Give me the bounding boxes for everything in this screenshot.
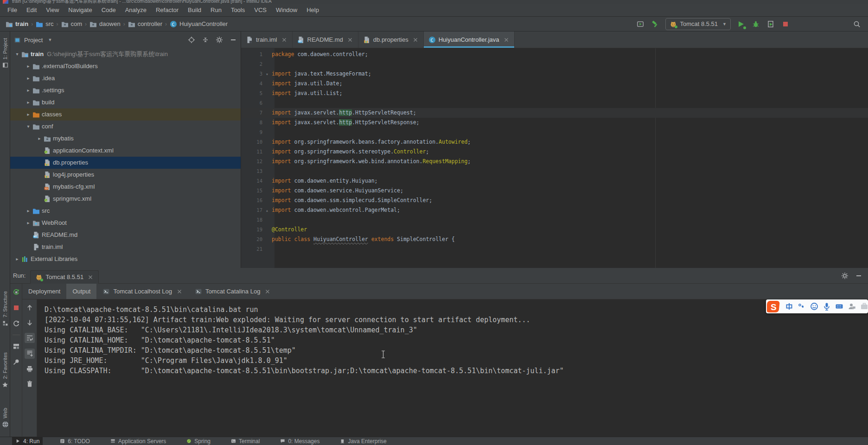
twisty-icon[interactable]: ▾ [24, 121, 32, 133]
ime-toolbox-icon[interactable] [860, 302, 868, 311]
toolwindow-button-4-run[interactable]: 4: Run [12, 437, 43, 445]
menu-build[interactable]: Build [183, 4, 206, 16]
hide-run-panel-icon[interactable] [855, 272, 862, 280]
menu-code[interactable]: Code [97, 4, 121, 16]
run-tab-tomcat-localhost-log[interactable]: Tomcat Localhost Log [96, 284, 188, 299]
tree-row-applicationcontext-xml[interactable]: applicationContext.xml [10, 145, 241, 157]
print-button[interactable] [25, 364, 34, 374]
project-panel-title[interactable]: Project [24, 37, 43, 44]
line-number[interactable]: 20 [241, 235, 262, 244]
sogou-logo-icon[interactable]: S [767, 300, 781, 313]
line-number[interactable]: 21 [241, 244, 262, 254]
run-config-dropdown[interactable]: Tomcat 8.5.51 ▼ [665, 18, 731, 30]
hide-panel-icon[interactable] [230, 36, 237, 44]
stripe-web-button[interactable]: Web [0, 408, 10, 428]
run-tab-tomcat-catalina-log[interactable]: Tomcat Catalina Log [189, 284, 277, 299]
menu-tools[interactable]: Tools [226, 4, 249, 16]
debug-button[interactable] [751, 19, 760, 29]
tree-row-log4j-properties[interactable]: log4j.properties [10, 169, 241, 181]
line-number[interactable]: 10 [241, 137, 262, 147]
run-session-tab[interactable]: Tomcat 8.5.51 [30, 270, 99, 284]
menu-run[interactable]: Run [206, 4, 226, 16]
close-icon[interactable] [347, 37, 353, 43]
tree-row--idea[interactable]: ▸.idea [10, 72, 241, 84]
twisty-icon[interactable]: ▸ [24, 96, 32, 108]
tree-row-db-properties[interactable]: db.properties [10, 157, 241, 169]
menu-file[interactable]: File [3, 4, 22, 16]
line-number[interactable]: 17 [241, 205, 262, 215]
run-dashboard-icon[interactable] [636, 19, 645, 29]
soft-wrap-toggle[interactable] [25, 333, 35, 343]
stop-server-button[interactable] [12, 303, 21, 312]
breadcrumb-item-src[interactable]: src [36, 20, 53, 28]
toolwindow-button-terminal[interactable]: Terminal [228, 437, 263, 445]
menu-edit[interactable]: Edit [22, 4, 41, 16]
twisty-icon[interactable]: ▸ [24, 84, 32, 96]
console-output[interactable]: D:\tomcat\apache-tomcat-8.5.51\bin\catal… [37, 299, 868, 437]
breadcrumb-item-com[interactable]: com [61, 20, 83, 28]
twisty-icon[interactable]: ▸ [24, 60, 32, 72]
twisty-icon[interactable]: ▸ [35, 133, 44, 145]
close-icon[interactable] [412, 37, 419, 43]
editor-tab-readme.md[interactable]: MDREADME.md [293, 32, 358, 48]
rerun-button[interactable] [12, 287, 21, 297]
tree-row-mybatis-cfg-xml[interactable]: <>mybatis-cfg.xml [10, 181, 241, 193]
stripe-favorites-button[interactable]: 2: Favorites [0, 352, 10, 388]
ime-emoji-icon[interactable] [810, 302, 818, 311]
toolwindow-button-6-todo[interactable]: 6: TODO [57, 437, 93, 445]
stripe-project-button[interactable]: 1: Project [0, 38, 10, 68]
locate-file-icon[interactable] [188, 36, 195, 44]
toolwindow-button-java-enterprise[interactable]: Java Enterprise [337, 437, 389, 445]
close-icon[interactable] [264, 288, 271, 295]
editor-tab-huiyuancontroller.java[interactable]: CHuiyuanController.java [424, 32, 515, 48]
line-number[interactable]: 1 [241, 50, 262, 59]
toolwindow-button-application-servers[interactable]: Application Servers [107, 437, 169, 445]
breadcrumb-item-train[interactable]: train [6, 20, 28, 28]
toolwindow-button-spring[interactable]: Spring [183, 437, 214, 445]
tree-row-external-libraries[interactable]: ▸External Libraries [10, 253, 241, 265]
tree-row-webroot[interactable]: ▸WebRoot [10, 217, 241, 229]
restore-layout-button[interactable] [12, 342, 21, 351]
close-icon[interactable] [281, 37, 287, 43]
tree-row-springmvc-xml[interactable]: springmvc.xml [10, 193, 241, 205]
menu-analyze[interactable]: Analyze [121, 4, 151, 16]
fold-marker-icon[interactable]: ▿ [262, 70, 272, 79]
ime-chinese-mode-icon[interactable] [785, 302, 793, 311]
run-tab-output[interactable]: Output [66, 284, 96, 299]
ime-voice-mic-icon[interactable] [823, 302, 831, 311]
ime-punctuation-icon[interactable] [798, 302, 806, 311]
line-number[interactable]: 7 [241, 108, 262, 118]
line-number[interactable]: 9 [241, 127, 262, 137]
collapse-all-icon[interactable] [202, 36, 209, 44]
twisty-icon[interactable]: ▸ [24, 205, 32, 217]
coverage-button[interactable] [766, 19, 775, 29]
twisty-icon[interactable]: ▸ [24, 217, 32, 229]
close-icon[interactable] [176, 288, 183, 295]
menu-vcs[interactable]: VCS [249, 4, 271, 16]
line-number[interactable]: 18 [241, 215, 262, 225]
tree-row-readme-md[interactable]: MDREADME.md [10, 229, 241, 241]
twisty-icon[interactable]: ▸ [24, 108, 32, 121]
tree-row-mybatis[interactable]: ▸mybatis [10, 133, 241, 145]
menu-window[interactable]: Window [271, 4, 302, 16]
search-everywhere-icon[interactable] [852, 19, 862, 29]
line-number[interactable]: 5 [241, 89, 262, 98]
menu-refactor[interactable]: Refactor [151, 4, 183, 16]
ime-account-icon[interactable]: 21 [848, 302, 856, 311]
close-icon[interactable] [503, 37, 510, 43]
restart-server-button[interactable] [12, 319, 21, 328]
editor-content[interactable]: 1package com.daowen.controller;23▿import… [241, 48, 868, 268]
line-number[interactable]: 15 [241, 186, 262, 196]
tree-row-classes[interactable]: ▸classes [10, 108, 241, 121]
editor-tab-db.properties[interactable]: db.properties [358, 32, 424, 48]
tree-row-conf[interactable]: ▾conf [10, 121, 241, 133]
run-button[interactable] [736, 19, 746, 29]
tree-row--externaltoolbuilders[interactable]: ▸.externalToolBuilders [10, 60, 241, 72]
clear-all-button[interactable] [25, 379, 34, 388]
scroll-to-end-toggle[interactable] [25, 349, 35, 359]
line-number[interactable]: 2 [241, 59, 262, 69]
menu-view[interactable]: View [41, 4, 64, 16]
line-number[interactable]: 19 [241, 225, 262, 235]
twisty-icon[interactable]: ▾ [13, 48, 21, 60]
line-number[interactable]: 3 [241, 69, 262, 79]
